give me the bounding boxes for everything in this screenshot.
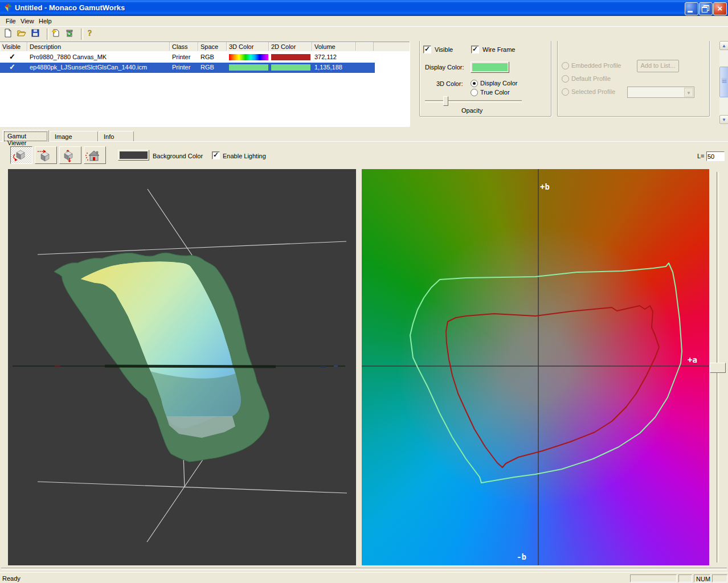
col-class[interactable]: Class: [170, 42, 198, 51]
menu-help[interactable]: Help: [35, 17, 55, 25]
l-slider-strip: [709, 169, 728, 565]
col-volume[interactable]: Volume: [312, 42, 356, 51]
default-profile-radio[interactable]: [562, 75, 569, 83]
wire-frame-checkbox[interactable]: [471, 46, 479, 54]
help-icon: ?: [85, 28, 95, 38]
selected-profile-radio[interactable]: [562, 88, 569, 96]
new-document-icon: [3, 28, 13, 38]
row-volume: 1,135,188: [314, 64, 342, 71]
true-color-radio-label: True Color: [480, 89, 510, 96]
display-color-radio-label: Display Color: [480, 80, 517, 87]
wire-frame-label: Wire Frame: [482, 46, 515, 53]
status-bar: Ready NUM: [0, 572, 728, 583]
col-space[interactable]: Space: [198, 42, 227, 51]
l-label: L=: [697, 153, 705, 159]
restore-button[interactable]: [699, 2, 713, 15]
enable-lighting-checkbox[interactable]: [212, 151, 220, 159]
display-color-label: Display Color:: [425, 64, 464, 71]
chevron-down-icon: ▼: [684, 88, 693, 97]
col-visible[interactable]: Visible: [0, 42, 27, 51]
home-view-button[interactable]: [84, 146, 106, 164]
gamut-3d-render: [8, 169, 356, 565]
menu-bar: File View Help: [0, 16, 728, 26]
visible-check[interactable]: ✓: [9, 63, 15, 71]
profile-dropdown[interactable]: ▼: [627, 87, 694, 98]
help-button[interactable]: ?: [85, 28, 98, 40]
table-row[interactable]: ✓ Pro9880_7880 Canvas_MK Printer RGB 372…: [0, 52, 375, 63]
title-bar[interactable]: Untitled - Monaco GamutWorks ×: [0, 0, 728, 16]
open-file-button[interactable]: [17, 28, 30, 40]
table-header: Visible Description Class Space 3D Color…: [0, 42, 410, 51]
pan-3d-button[interactable]: [35, 146, 57, 164]
tab-gamut-viewer[interactable]: Gamut Viewer: [2, 130, 49, 142]
opacity-label: Opacity: [461, 107, 482, 114]
l-slider-thumb[interactable]: [710, 363, 726, 373]
status-panel: [630, 574, 677, 582]
status-panel: [712, 574, 727, 582]
outer-gamut-front-overlay: [118, 365, 269, 462]
main-toolbar: ?: [0, 26, 728, 43]
zoom-3d-button[interactable]: [59, 146, 81, 164]
minimize-button[interactable]: [685, 2, 698, 15]
b-negative-label: -b: [517, 552, 526, 561]
selected-profile-label: Selected Profile: [571, 88, 615, 95]
3d-color-label: 3D Color:: [436, 80, 463, 87]
display-color-button[interactable]: [471, 61, 509, 73]
col-3d-color[interactable]: 3D Color: [227, 42, 269, 51]
visible-checkbox[interactable]: [423, 46, 431, 54]
home-view-icon: [84, 149, 100, 162]
row-description: ep4880pk_LJSunsetSlctGlsCan_1440.icm: [30, 64, 147, 71]
b-positive-label: +b: [540, 182, 550, 191]
scroll-up-icon[interactable]: ▲: [719, 41, 728, 50]
l-slice-line: [13, 366, 345, 368]
row-volume: 372,112: [314, 54, 337, 60]
tab-info-viewer[interactable]: Info Viewer: [99, 131, 134, 141]
background-color-button[interactable]: [118, 150, 149, 161]
delete-item-button[interactable]: [65, 28, 77, 40]
zoom-3d-icon: [60, 149, 76, 162]
visible-label: Visible: [435, 46, 453, 53]
opacity-slider-track[interactable]: [425, 100, 522, 102]
options-scrollbar[interactable]: ▲ ▼: [719, 41, 728, 125]
a-positive-label: +a: [688, 355, 697, 364]
opacity-slider-thumb[interactable]: [443, 96, 448, 106]
col-2d-color[interactable]: 2D Color: [269, 42, 312, 51]
toolbar-separator: [47, 28, 49, 40]
svg-text:?: ?: [88, 28, 92, 38]
app-icon: [3, 3, 13, 13]
row-space: RGB: [201, 54, 214, 60]
embedded-profile-radio[interactable]: [562, 62, 569, 69]
status-message: Ready: [2, 575, 21, 582]
inner-gamut-outline-2d: [446, 306, 659, 467]
gamut-3d-view[interactable]: [8, 169, 356, 565]
table-row-selected[interactable]: ✓ ep4880pk_LJSunsetSlctGlsCan_1440.icm P…: [0, 63, 375, 73]
pan-3d-icon: [35, 149, 51, 162]
display-color-swatch: [472, 63, 508, 71]
scrollbar-thumb[interactable]: [719, 67, 728, 97]
row-2d-color-bar: [271, 54, 310, 60]
row-3d-color-bar: [229, 64, 268, 71]
col-description[interactable]: Description: [27, 42, 170, 51]
delete-item-icon: [65, 28, 74, 38]
app-window: Untitled - Monaco GamutWorks × File View…: [0, 0, 728, 583]
display-color-radio[interactable]: [471, 80, 478, 87]
embedded-profile-label: Embedded Profile: [571, 62, 621, 69]
content-bottom-groove: [1, 568, 727, 570]
gamut-2d-view[interactable]: +b +a -b: [362, 169, 709, 565]
new-item-button[interactable]: [51, 28, 64, 40]
background-color-label: Background Color: [153, 153, 203, 159]
background-color-swatch: [120, 151, 148, 159]
tab-image-inspector[interactable]: Image Inspector: [50, 131, 98, 141]
save-button[interactable]: [31, 28, 43, 40]
row-description: Pro9880_7880 Canvas_MK: [30, 54, 107, 60]
scroll-down-icon[interactable]: ▼: [719, 115, 728, 124]
l-value-input[interactable]: [706, 151, 725, 161]
add-to-list-button[interactable]: Add to List...: [637, 60, 679, 72]
new-document-button[interactable]: [3, 28, 16, 40]
menu-view[interactable]: View: [17, 17, 38, 25]
visible-check[interactable]: ✓: [9, 52, 15, 61]
close-button[interactable]: ×: [713, 2, 727, 15]
rotate-3d-button[interactable]: [10, 146, 32, 164]
true-color-radio[interactable]: [471, 89, 478, 96]
rotate-3d-icon: [11, 149, 27, 162]
